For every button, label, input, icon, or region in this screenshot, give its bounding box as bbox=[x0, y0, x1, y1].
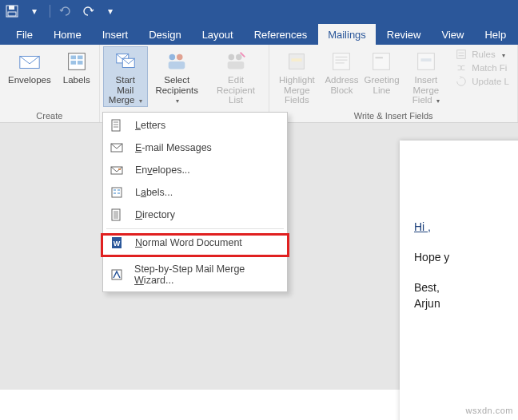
svg-rect-13 bbox=[169, 61, 185, 69]
menu-labels[interactable]: Labels... bbox=[103, 181, 287, 204]
svg-rect-39 bbox=[118, 192, 120, 194]
match-fields-button[interactable]: Match Fi bbox=[454, 61, 511, 74]
qat-dropdown-1[interactable]: ▾ bbox=[27, 4, 42, 18]
qat-separator bbox=[50, 5, 50, 18]
svg-rect-6 bbox=[78, 56, 83, 60]
letters-icon bbox=[110, 118, 124, 133]
start-mail-merge-button[interactable]: Start MailMerge bbox=[103, 46, 148, 107]
edit-recipient-list-label: EditRecipient List bbox=[211, 75, 261, 105]
svg-point-14 bbox=[229, 54, 235, 61]
svg-rect-38 bbox=[114, 192, 116, 194]
labels-button[interactable]: Labels bbox=[58, 46, 96, 87]
svg-rect-26 bbox=[420, 58, 431, 61]
group-write-insert: HighlightMerge Fields AddressBlock Greet… bbox=[269, 45, 518, 122]
svg-rect-18 bbox=[292, 58, 302, 61]
menu-envelopes[interactable]: Envelopes... bbox=[103, 159, 287, 181]
group-write-label: Write & Insert Fields bbox=[273, 110, 514, 122]
menu-labels-label: Labels... bbox=[135, 187, 173, 198]
highlight-merge-fields-button[interactable]: HighlightMerge Fields bbox=[273, 46, 321, 107]
svg-rect-19 bbox=[333, 53, 350, 70]
doc-line-hope: Hope y bbox=[414, 251, 518, 263]
tab-review[interactable]: Review bbox=[377, 24, 431, 45]
menu-envelopes-label: Envelopes... bbox=[135, 164, 190, 176]
start-mail-merge-label: Start MailMerge bbox=[108, 75, 143, 105]
svg-rect-35 bbox=[112, 188, 122, 197]
qat-dropdown-2[interactable]: ▾ bbox=[103, 4, 118, 18]
select-recipients-label: SelectRecipients bbox=[154, 75, 200, 105]
menu-email[interactable]: E-mail Messages bbox=[103, 137, 287, 159]
doc-line-best: Best, bbox=[414, 281, 518, 294]
svg-rect-16 bbox=[228, 61, 245, 69]
menu-letters-label: Letters bbox=[135, 120, 165, 131]
menu-wizard-label: Step-by-Step Mail Merge Wizard... bbox=[134, 263, 279, 286]
tab-design[interactable]: Design bbox=[139, 24, 190, 45]
menu-email-label: E-mail Messages bbox=[135, 142, 212, 153]
menu-normal-document[interactable]: W Normal Word Document bbox=[103, 232, 287, 254]
menu-separator bbox=[106, 228, 284, 229]
email-icon bbox=[110, 141, 124, 155]
quick-access-toolbar: ▾ ▾ bbox=[0, 0, 518, 22]
tab-view[interactable]: View bbox=[432, 24, 473, 45]
save-button[interactable] bbox=[5, 4, 19, 18]
svg-point-11 bbox=[169, 54, 176, 61]
labels-icon bbox=[110, 185, 124, 200]
group-create-label: Create bbox=[3, 110, 96, 122]
directory-icon bbox=[110, 208, 124, 222]
menu-directory-label: Directory bbox=[135, 209, 175, 220]
svg-rect-37 bbox=[118, 189, 120, 191]
envelopes-button[interactable]: Envelopes bbox=[3, 46, 56, 87]
greeting-line-button[interactable]: GreetingLine bbox=[362, 46, 400, 97]
envelopes-label: Envelopes bbox=[8, 75, 51, 85]
address-block-button[interactable]: AddressBlock bbox=[322, 46, 361, 97]
svg-rect-34 bbox=[118, 168, 121, 170]
tab-layout[interactable]: Layout bbox=[193, 24, 243, 45]
start-mail-merge-menu: Letters E-mail Messages Envelopes... Lab… bbox=[102, 112, 288, 292]
svg-rect-8 bbox=[78, 61, 83, 65]
watermark: wsxdn.com bbox=[465, 406, 513, 415]
tab-home[interactable]: Home bbox=[44, 24, 91, 45]
menu-separator-2 bbox=[106, 256, 284, 257]
tab-insert[interactable]: Insert bbox=[93, 24, 138, 45]
word-doc-icon: W bbox=[110, 236, 124, 250]
svg-rect-23 bbox=[373, 53, 390, 70]
menu-directory[interactable]: Directory bbox=[103, 204, 287, 226]
tab-help[interactable]: Help bbox=[475, 24, 516, 45]
svg-point-12 bbox=[177, 54, 183, 61]
address-block-label: AddressBlock bbox=[325, 75, 358, 95]
svg-rect-2 bbox=[8, 12, 16, 16]
rules-button[interactable]: Rules bbox=[454, 48, 511, 61]
tab-mailings[interactable]: Mailings bbox=[318, 24, 376, 45]
greeting-line-label: GreetingLine bbox=[364, 75, 399, 95]
svg-rect-28 bbox=[112, 120, 120, 131]
insert-merge-field-label: Insert MergeField bbox=[407, 75, 444, 105]
tab-references[interactable]: References bbox=[245, 24, 317, 45]
group-create: Envelopes Labels Create bbox=[0, 45, 100, 122]
menu-normal-label: Normal Word Document bbox=[135, 237, 242, 248]
menu-letters[interactable]: Letters bbox=[103, 114, 287, 137]
undo-button[interactable] bbox=[58, 4, 73, 18]
svg-rect-7 bbox=[70, 61, 76, 65]
tab-file[interactable]: File bbox=[6, 24, 42, 45]
highlight-label: HighlightMerge Fields bbox=[277, 75, 316, 105]
svg-rect-27 bbox=[457, 50, 466, 59]
svg-rect-36 bbox=[114, 189, 116, 191]
menu-wizard[interactable]: Step-by-Step Mail Merge Wizard... bbox=[103, 260, 287, 290]
svg-point-15 bbox=[236, 54, 242, 61]
group-start-mail-merge: Start MailMerge SelectRecipients EditRec… bbox=[100, 45, 270, 122]
envelopes-icon bbox=[110, 163, 124, 177]
doc-greeting: Hi , bbox=[414, 220, 431, 233]
wizard-icon bbox=[110, 267, 123, 282]
svg-text:W: W bbox=[114, 240, 121, 248]
ribbon-tabs: File Home Insert Design Layout Reference… bbox=[0, 22, 518, 45]
document-page[interactable]: Hi , Hope y Best, Arjun bbox=[400, 141, 518, 420]
update-labels-button[interactable]: Update L bbox=[454, 75, 511, 88]
doc-line-name: Arjun bbox=[414, 297, 518, 310]
svg-rect-1 bbox=[9, 6, 14, 10]
labels-label: Labels bbox=[63, 75, 90, 85]
redo-button[interactable] bbox=[81, 4, 95, 18]
edit-recipient-list-button[interactable]: EditRecipient List bbox=[206, 46, 266, 107]
select-recipients-button[interactable]: SelectRecipients bbox=[149, 46, 205, 107]
insert-merge-field-button[interactable]: Insert MergeField bbox=[402, 46, 449, 107]
svg-rect-5 bbox=[70, 56, 76, 60]
